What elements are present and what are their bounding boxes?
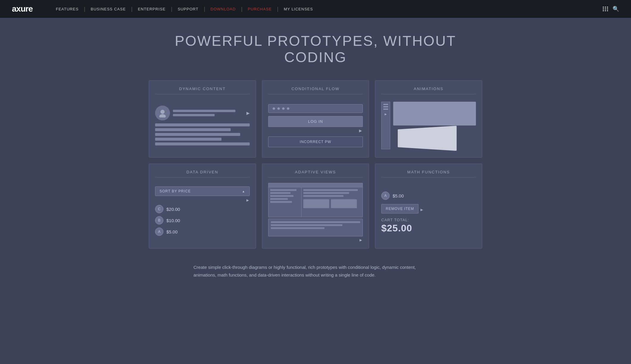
nav-business-case[interactable]: BUSINESS CASE bbox=[85, 7, 131, 11]
feature-title-dynamic-content: DYNAMIC CONTENT bbox=[155, 87, 250, 94]
dc-block-1 bbox=[155, 123, 250, 126]
feature-card-math-functions: MATH FUNCTIONS A $5.00 REMOVE ITEM ► CAR… bbox=[375, 164, 482, 249]
dc-content-blocks bbox=[155, 123, 250, 145]
av-mobile-line-1 bbox=[271, 221, 360, 223]
dc-text-lines bbox=[173, 110, 242, 116]
av-sidebar-line-4 bbox=[270, 198, 288, 200]
av-device-content bbox=[302, 187, 363, 217]
av-device-sidebar bbox=[268, 187, 302, 217]
feature-body-conditional-flow: LOG IN ► INCORRECT PW bbox=[268, 100, 363, 151]
cf-login-button[interactable]: LOG IN bbox=[268, 116, 363, 127]
cf-cursor-area: ► bbox=[268, 128, 363, 134]
feature-body-animations: ► bbox=[381, 100, 476, 151]
av-block-2 bbox=[331, 199, 357, 208]
description-text: Create simple click-through diagrams or … bbox=[193, 263, 438, 279]
grid-menu-icon[interactable] bbox=[603, 7, 608, 11]
dd-cursor: ► bbox=[155, 198, 250, 203]
nav-licenses[interactable]: MY LICENSES bbox=[279, 7, 318, 11]
av-content-blocks bbox=[303, 199, 361, 208]
mf-item-price: $5.00 bbox=[393, 193, 404, 198]
cf-cursor-icon: ► bbox=[358, 128, 363, 134]
cf-illustration: LOG IN ► INCORRECT PW bbox=[268, 104, 363, 147]
av-mobile-line-3 bbox=[271, 227, 324, 229]
av-cursor: ► bbox=[268, 238, 363, 242]
mf-item-badge: A bbox=[381, 192, 390, 200]
feature-title-data-driven: DATA DRIVEN bbox=[155, 170, 250, 178]
feature-card-data-driven: DATA DRIVEN SORT BY PRICE ▲ ► C $20.00 B… bbox=[149, 164, 256, 249]
dc-block-4 bbox=[155, 138, 221, 141]
dd-illustration: SORT BY PRICE ▲ ► C $20.00 B $10.00 A $5 bbox=[155, 186, 250, 239]
dd-item-a: A $5.00 bbox=[155, 228, 250, 236]
av-mobile-line-2 bbox=[271, 224, 342, 226]
page-title: POWERFUL PROTOTYPES, WITHOUT CODING bbox=[149, 33, 482, 65]
logo[interactable]: axure bbox=[12, 4, 33, 14]
av-sidebar-line-3 bbox=[270, 195, 293, 197]
nav-support[interactable]: SUPPORT bbox=[172, 7, 204, 11]
dc-illustration: ▶ bbox=[155, 106, 250, 145]
dd-item-b: B $10.00 bbox=[155, 216, 250, 225]
dd-sort-label: SORT BY PRICE bbox=[160, 189, 191, 193]
anim-sidebar-line-1 bbox=[383, 104, 388, 105]
av-device-header bbox=[268, 183, 363, 187]
anim-cursor-icon: ► bbox=[384, 112, 388, 116]
anim-right-panel bbox=[393, 102, 476, 149]
nav-enterprise[interactable]: ENTERPRISE bbox=[132, 7, 171, 11]
dd-price-a: $5.00 bbox=[166, 229, 178, 234]
dc-line-2 bbox=[173, 114, 215, 116]
feature-body-dynamic-content: ▶ bbox=[155, 100, 250, 151]
anim-box-bottom bbox=[398, 126, 456, 151]
dd-price-b: $10.00 bbox=[166, 218, 180, 223]
av-content-line-1 bbox=[303, 189, 358, 191]
nav-download[interactable]: DOWNLOAD bbox=[205, 7, 241, 11]
dc-block-2 bbox=[155, 128, 231, 131]
nav-icon-area: 🔍 bbox=[603, 6, 619, 12]
feature-title-adaptive-views: ADAPTIVE VIEWS bbox=[268, 170, 363, 178]
search-icon[interactable]: 🔍 bbox=[613, 6, 619, 12]
feature-title-animations: ANIMATIONS bbox=[381, 87, 476, 94]
mf-cart-total-amount: $25.00 bbox=[381, 223, 476, 234]
anim-sidebar-line-3 bbox=[383, 109, 388, 110]
svg-point-1 bbox=[159, 114, 166, 117]
feature-card-adaptive-views: ADAPTIVE VIEWS bbox=[262, 164, 369, 249]
dd-item-c: C $20.00 bbox=[155, 205, 250, 213]
dc-block-5 bbox=[155, 142, 250, 145]
feature-card-animations: ANIMATIONS ► bbox=[375, 80, 482, 158]
dc-avatar bbox=[155, 106, 170, 120]
av-desktop-device bbox=[268, 183, 363, 217]
dc-profile-row: ▶ bbox=[155, 106, 250, 120]
feature-body-data-driven: SORT BY PRICE ▲ ► C $20.00 B $10.00 A $5 bbox=[155, 183, 250, 242]
mf-item-row: A $5.00 bbox=[381, 192, 476, 200]
mf-illustration: A $5.00 REMOVE ITEM ► CART TOTAL: $25.00 bbox=[381, 192, 476, 234]
anim-sidebar-line-2 bbox=[383, 106, 388, 107]
features-grid: DYNAMIC CONTENT bbox=[149, 80, 482, 249]
nav-features[interactable]: FEATURES bbox=[51, 7, 84, 11]
dd-price-c: $20.00 bbox=[166, 207, 180, 212]
cf-dot-3 bbox=[282, 107, 285, 110]
feature-body-math-functions: A $5.00 REMOVE ITEM ► CART TOTAL: $25.00 bbox=[381, 183, 476, 242]
mf-cart-total-label: CART TOTAL: bbox=[381, 218, 476, 222]
navbar: axure FEATURES | BUSINESS CASE | ENTERPR… bbox=[0, 0, 631, 18]
cf-password-field bbox=[268, 104, 363, 113]
feature-title-math-functions: MATH FUNCTIONS bbox=[381, 170, 476, 178]
dc-cursor: ▶ bbox=[246, 111, 250, 115]
svg-point-0 bbox=[160, 110, 165, 114]
dc-line-1 bbox=[173, 110, 235, 112]
dc-block-3 bbox=[155, 133, 240, 136]
feature-card-dynamic-content: DYNAMIC CONTENT bbox=[149, 80, 256, 158]
feature-card-conditional-flow: CONDITIONAL FLOW LOG IN ► INCORRECT PW bbox=[262, 80, 369, 158]
av-mobile-device bbox=[268, 219, 363, 236]
cf-dot-4 bbox=[287, 107, 289, 110]
av-block-1 bbox=[303, 199, 329, 208]
mf-cursor-icon: ► bbox=[420, 207, 424, 212]
anim-illustration: ► bbox=[381, 102, 476, 149]
mf-remove-row: REMOVE ITEM ► bbox=[381, 204, 476, 215]
dd-badge-a: A bbox=[155, 228, 163, 236]
av-sidebar-line-1 bbox=[270, 189, 296, 191]
dd-sort-button[interactable]: SORT BY PRICE ▲ bbox=[155, 186, 250, 196]
dd-badge-c: C bbox=[155, 205, 163, 213]
cf-error-message: INCORRECT PW bbox=[268, 136, 363, 147]
nav-purchase[interactable]: PURCHASE bbox=[243, 7, 277, 11]
dd-badge-b: B bbox=[155, 216, 163, 225]
av-content-line-3 bbox=[303, 195, 343, 197]
mf-remove-button[interactable]: REMOVE ITEM bbox=[381, 204, 418, 214]
